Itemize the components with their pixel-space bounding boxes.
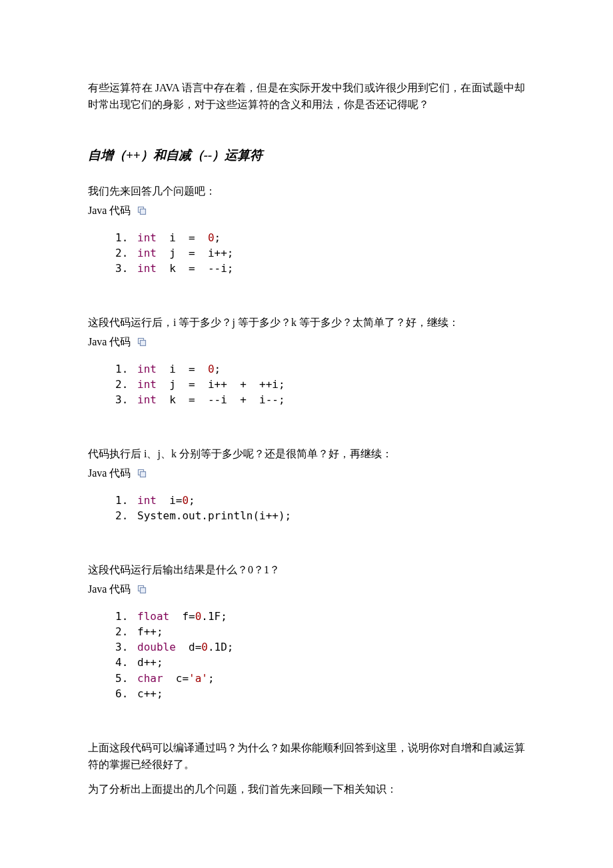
- code-label-line-2: Java 代码: [88, 334, 525, 352]
- code-label-line-3: Java 代码: [88, 465, 525, 483]
- code-line: char c='a';: [135, 671, 525, 686]
- code-line: d++;: [135, 655, 525, 670]
- code-line: int i = 0;: [135, 361, 525, 377]
- code-label-text: Java 代码: [88, 205, 131, 216]
- svg-rect-3: [141, 340, 146, 345]
- svg-rect-1: [141, 209, 146, 214]
- code-label-text: Java 代码: [88, 336, 131, 347]
- section-heading: 自增（++）和自减（--）运算符: [88, 145, 525, 165]
- code-block-2: int i = 0; int j = i++ + ++i; int k = --…: [117, 361, 525, 408]
- code-line: c++;: [135, 686, 525, 701]
- code-label-text: Java 代码: [88, 583, 131, 595]
- copy-icon[interactable]: [137, 583, 147, 599]
- copy-icon[interactable]: [137, 204, 147, 221]
- question-4: 这段代码运行后输出结果是什么？0？1？: [88, 562, 525, 579]
- code-block-1: intint i = i = 0; int j = i++; int k = -…: [117, 230, 525, 277]
- code-line: float f=0.1F;: [135, 609, 525, 624]
- code-line: double d=0.1D;: [135, 639, 525, 655]
- code-label-line-1: Java 代码: [88, 203, 525, 221]
- paragraph-5: 上面这段代码可以编译通过吗？为什么？如果你能顺利回答到这里，说明你对自增和自减运…: [88, 740, 525, 773]
- question-3: 代码执行后 i、j、k 分别等于多少呢？还是很简单？好，再继续：: [88, 446, 525, 463]
- intro-paragraph: 有些运算符在 JAVA 语言中存在着，但是在实际开发中我们或许很少用到它们，在面…: [88, 80, 525, 113]
- code-line: int k = --i;: [135, 261, 525, 276]
- svg-rect-7: [141, 588, 146, 593]
- copy-icon[interactable]: [137, 335, 147, 352]
- code-block-3: int i=0; System.out.println(i++);: [117, 493, 525, 523]
- code-label-line-4: Java 代码: [88, 581, 525, 599]
- code-line: int i=0;: [135, 493, 525, 508]
- question-2: 这段代码运行后，i 等于多少？j 等于多少？k 等于多少？太简单了？好，继续：: [88, 315, 525, 331]
- code-line: int j = i++ + ++i;: [135, 377, 525, 392]
- document-page: 有些运算符在 JAVA 语言中存在着，但是在实际开发中我们或许很少用到它们，在面…: [0, 0, 613, 868]
- paragraph-6: 为了分析出上面提出的几个问题，我们首先来回顾一下相关知识：: [88, 781, 525, 798]
- code-block-4: float f=0.1F; f++; double d=0.1D; d++; c…: [117, 609, 525, 701]
- code-line: int k = --i + i--;: [135, 392, 525, 407]
- code-label-text: Java 代码: [88, 467, 131, 479]
- copy-icon[interactable]: [137, 467, 147, 483]
- code-line: System.out.println(i++);: [135, 508, 525, 523]
- question-1: 我们先来回答几个问题吧：: [88, 183, 525, 200]
- code-line: int j = i++;: [135, 245, 525, 261]
- code-line: intint i = i = 0;: [135, 230, 525, 245]
- code-line: f++;: [135, 624, 525, 639]
- svg-rect-5: [141, 472, 146, 477]
